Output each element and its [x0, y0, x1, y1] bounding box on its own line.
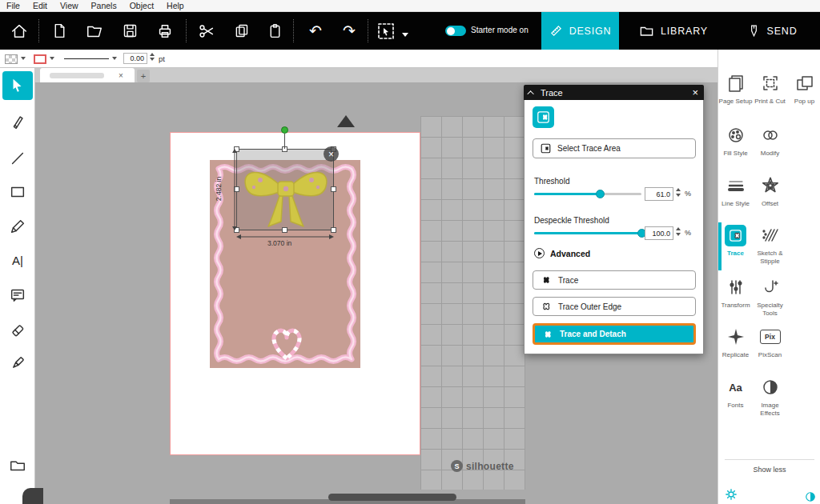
sidebar-item-fonts[interactable]: Aa Fonts	[718, 376, 753, 410]
app-window: File Edit View Panels Object Help	[0, 0, 820, 504]
text-tool-button[interactable]: A|	[2, 246, 33, 274]
cut-button[interactable]	[192, 17, 221, 45]
threshold-slider[interactable]	[534, 190, 641, 198]
despeckle-value-input[interactable]: 100.0	[645, 226, 673, 240]
trace-panel-close-button[interactable]: ×	[692, 87, 698, 98]
plus-icon: +	[141, 71, 146, 81]
point-edit-tool-button[interactable]	[2, 108, 33, 137]
stroke-width-stepper[interactable]	[150, 53, 155, 61]
spinner-down-icon	[150, 58, 155, 61]
gear-icon	[725, 488, 738, 501]
mat-orientation-arrow-icon	[337, 115, 355, 127]
menu-file[interactable]: File	[6, 1, 20, 10]
stroke-width-input[interactable]: 0.00	[123, 53, 147, 64]
selection-tool-caret[interactable]	[402, 33, 408, 37]
menu-help[interactable]: Help	[167, 1, 184, 10]
sidebar-item-popup[interactable]: Pop up	[787, 72, 820, 106]
save-icon	[122, 22, 139, 39]
fill-transparent-swatch[interactable]	[5, 54, 18, 64]
fill-swatch-caret[interactable]	[21, 57, 26, 60]
selection-handle[interactable]	[331, 186, 336, 192]
sidebar-item-specialty-tools[interactable]: Specialty Tools	[753, 276, 787, 317]
undo-button[interactable]: ↶	[301, 17, 330, 45]
paste-button[interactable]	[260, 17, 289, 45]
trace-outer-edge-button[interactable]: Trace Outer Edge	[533, 297, 696, 316]
theme-toggle-button[interactable]	[805, 491, 816, 504]
settings-button[interactable]	[725, 488, 738, 504]
sidebar-item-image-effects[interactable]: Image Effects	[753, 376, 787, 417]
sidebar-item-fill-style[interactable]: Fill Style	[718, 124, 753, 158]
select-trace-area-button[interactable]: Select Trace Area	[533, 138, 696, 158]
sidebar-item-trace[interactable]: Trace	[718, 224, 753, 258]
menu-object[interactable]: Object	[130, 1, 154, 10]
selection-close-button[interactable]: ×	[324, 146, 339, 162]
advanced-expander[interactable]: Advanced	[534, 248, 590, 258]
chevron-down-icon	[402, 33, 408, 37]
eraser-tool-button[interactable]	[2, 316, 33, 345]
trace-area-selection[interactable]	[236, 149, 334, 230]
selection-tool-button[interactable]	[375, 17, 397, 45]
threshold-stepper[interactable]	[676, 188, 681, 197]
rotation-handle[interactable]	[281, 126, 288, 134]
knife-tool-button[interactable]	[2, 349, 33, 378]
threshold-value-input[interactable]: 61.0	[645, 187, 673, 201]
library-drawer-button[interactable]	[2, 450, 33, 479]
document-tab[interactable]: ×	[40, 68, 135, 82]
notes-tool-button[interactable]	[2, 281, 33, 310]
despeckle-stepper[interactable]	[676, 227, 681, 236]
send-blade-icon	[747, 23, 761, 38]
trace-area-icon	[541, 143, 551, 154]
print-button[interactable]	[151, 17, 179, 45]
open-button[interactable]	[80, 17, 109, 45]
line-color-swatch[interactable]	[34, 54, 46, 64]
slider-thumb[interactable]	[596, 190, 605, 198]
trace-icon	[725, 225, 746, 246]
trace-button-label: Trace	[558, 276, 578, 285]
tab-design[interactable]: DESIGN	[541, 12, 619, 50]
select-arrow-icon	[9, 77, 26, 94]
sidebar-item-transform[interactable]: Transform	[718, 276, 753, 310]
trace-button[interactable]: Trace	[533, 270, 696, 290]
save-button[interactable]	[115, 17, 144, 45]
menu-view[interactable]: View	[60, 1, 78, 10]
trace-and-detach-button[interactable]: Trace and Detach	[533, 323, 696, 345]
trace-mode-button[interactable]	[533, 106, 554, 128]
add-tab-button[interactable]: +	[137, 70, 150, 82]
select-tool-button[interactable]	[2, 71, 33, 100]
show-less-button[interactable]: Show less	[718, 466, 820, 474]
line-swatch-caret[interactable]	[50, 57, 54, 60]
print-icon	[156, 22, 174, 40]
starter-mode-toggle[interactable]	[445, 26, 466, 36]
threshold-unit: %	[685, 190, 691, 198]
modify-icon	[761, 126, 780, 145]
sidebar-item-modify[interactable]: Modify	[753, 124, 787, 158]
sidebar-item-replicate[interactable]: Replicate	[718, 326, 753, 359]
scissors-icon	[198, 22, 215, 40]
line-icon	[9, 150, 26, 167]
sidebar-item-offset[interactable]: Offset	[753, 174, 787, 208]
line-style-caret[interactable]	[112, 57, 117, 60]
draw-tool-button[interactable]	[2, 212, 33, 241]
home-button[interactable]	[5, 17, 34, 45]
new-document-button[interactable]	[45, 17, 74, 45]
collapse-icon[interactable]	[527, 90, 533, 97]
tab-send[interactable]: SEND	[735, 12, 809, 50]
menu-edit[interactable]: Edit	[33, 1, 47, 10]
spinner-up-icon	[676, 227, 681, 230]
copy-button[interactable]	[227, 17, 255, 45]
tab-close-button[interactable]: ×	[119, 71, 123, 80]
sidebar-item-page-setup[interactable]: Page Setup	[718, 72, 753, 106]
sidebar-item-sketch-stipple[interactable]: Sketch & Stipple	[753, 224, 787, 265]
menu-panels[interactable]: Panels	[91, 1, 117, 10]
line-style-preview[interactable]	[64, 58, 109, 59]
sidebar-item-line-style[interactable]: Line Style	[718, 174, 753, 208]
line-tool-button[interactable]	[2, 144, 33, 173]
sidebar-item-pixscan[interactable]: Pix PixScan	[753, 326, 787, 359]
rectangle-tool-button[interactable]	[2, 178, 33, 206]
despeckle-slider[interactable]	[534, 229, 641, 238]
tab-library[interactable]: LIBRARY	[631, 12, 716, 50]
trace-panel-header[interactable]: Trace ×	[524, 85, 704, 100]
horizontal-scrollbar[interactable]	[328, 494, 456, 501]
redo-button[interactable]: ↷	[335, 17, 364, 45]
sidebar-item-print-cut[interactable]: Print & Cut	[753, 72, 787, 106]
